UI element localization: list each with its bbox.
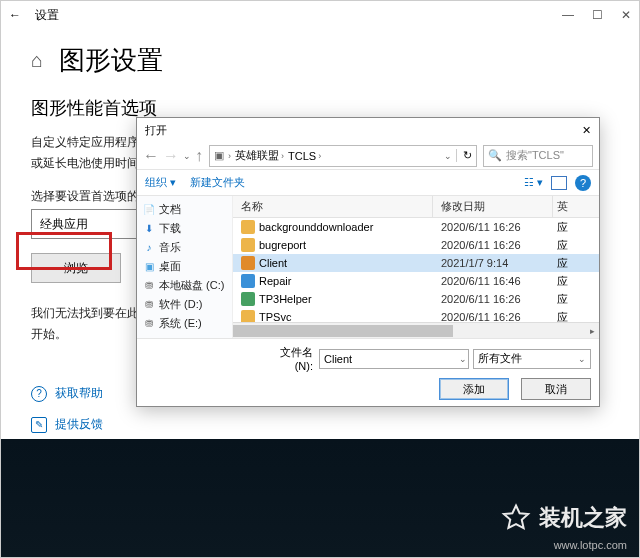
file-type: 应 xyxy=(553,292,585,307)
file-date: 2020/6/11 16:46 xyxy=(433,275,553,287)
drive-icon: ▣ xyxy=(214,149,224,162)
file-date: 2021/1/7 9:14 xyxy=(433,257,553,269)
star-icon xyxy=(501,503,531,533)
file-row[interactable]: Repair2020/6/11 16:46应 xyxy=(233,272,599,290)
tree-item[interactable]: ⛃软件 (D:) xyxy=(139,295,230,314)
tree-item[interactable]: 📄文档 xyxy=(139,200,230,219)
tree-item[interactable]: ▣桌面 xyxy=(139,257,230,276)
tree-item-icon: 📄 xyxy=(143,204,155,216)
file-type: 应 xyxy=(553,310,585,323)
file-date: 2020/6/11 16:26 xyxy=(433,239,553,251)
preview-pane-icon[interactable] xyxy=(551,176,567,190)
watermark-site: www.lotpc.com xyxy=(554,539,627,551)
tree-item-label: 本地磁盘 (C:) xyxy=(159,278,224,293)
file-type-select[interactable]: 所有文件⌄ xyxy=(473,349,591,369)
file-date: 2020/6/11 16:26 xyxy=(433,293,553,305)
cancel-button[interactable]: 取消 xyxy=(521,378,591,400)
file-icon xyxy=(241,310,255,322)
add-button[interactable]: 添加 xyxy=(439,378,509,400)
new-folder-button[interactable]: 新建文件夹 xyxy=(190,175,245,190)
tree-item-icon: ⛃ xyxy=(143,318,155,330)
help-icon: ? xyxy=(31,386,47,402)
tree-item[interactable]: ⬇下载 xyxy=(139,219,230,238)
tree-item-label: 音乐 xyxy=(159,240,181,255)
file-date: 2020/6/11 16:26 xyxy=(433,311,553,322)
tree-item[interactable]: ♪音乐 xyxy=(139,238,230,257)
view-mode-button[interactable]: ☷ ▾ xyxy=(524,176,543,189)
nav-recent-icon[interactable]: ⌄ xyxy=(183,151,191,161)
file-name: bugreport xyxy=(259,239,306,251)
max-button[interactable]: ☐ xyxy=(592,8,603,22)
tree-item-icon: ♪ xyxy=(143,242,155,254)
search-input[interactable]: 🔍 搜索"TCLS" xyxy=(483,145,593,167)
back-icon[interactable]: ← xyxy=(9,8,21,22)
nav-up-icon[interactable]: ↑ xyxy=(195,147,203,165)
file-name: Repair xyxy=(259,275,291,287)
chevron-down-icon[interactable]: ⌄ xyxy=(444,151,452,161)
tree-item-icon: ⛃ xyxy=(143,280,155,292)
file-type: 应 xyxy=(553,220,585,235)
scroll-right-icon: ▸ xyxy=(585,323,599,339)
select-value: 经典应用 xyxy=(40,216,88,233)
desktop-area: 装机之家 www.lotpc.com xyxy=(1,439,639,557)
filename-label: 文件名(N): xyxy=(263,345,313,372)
tree-item-label: 下载 xyxy=(159,221,181,236)
file-icon xyxy=(241,274,255,288)
address-breadcrumb[interactable]: ▣ › 英雄联盟› TCLS› ⌄ ↻ xyxy=(209,145,477,167)
min-button[interactable]: — xyxy=(562,8,574,22)
nav-forward-icon[interactable]: → xyxy=(163,147,179,165)
filename-input[interactable] xyxy=(319,349,469,369)
tree-item-icon: ⬇ xyxy=(143,223,155,235)
horizontal-scrollbar[interactable]: ◂ ▸ xyxy=(233,322,599,338)
watermark: 装机之家 xyxy=(501,503,627,533)
titlebar: ← 设置 — ☐ ✕ xyxy=(1,1,639,29)
feedback-link[interactable]: ✎ 提供反馈 xyxy=(31,416,609,433)
home-icon[interactable]: ⌂ xyxy=(31,49,43,72)
page-title: 图形设置 xyxy=(59,43,163,78)
file-open-dialog: 打开 ✕ ← → ⌄ ↑ ▣ › 英雄联盟› TCLS› ⌄ ↻ 🔍 搜索"TC… xyxy=(136,117,600,407)
file-row[interactable]: Client2021/1/7 9:14应 xyxy=(233,254,599,272)
tree-item-label: 桌面 xyxy=(159,259,181,274)
search-icon: 🔍 xyxy=(488,149,502,162)
organize-menu[interactable]: 组织 ▾ xyxy=(145,175,176,190)
close-button[interactable]: ✕ xyxy=(621,8,631,22)
file-row[interactable]: TP3Helper2020/6/11 16:26应 xyxy=(233,290,599,308)
tree-item[interactable]: ⛃本地磁盘 (C:) xyxy=(139,276,230,295)
file-type: 应 xyxy=(553,238,585,253)
refresh-icon[interactable]: ↻ xyxy=(456,149,472,162)
file-name: TP3Helper xyxy=(259,293,312,305)
tree-item[interactable]: ⛃系统 (E:) xyxy=(139,314,230,333)
file-type: 应 xyxy=(553,274,585,289)
col-date: 修改日期 xyxy=(433,196,553,217)
file-icon xyxy=(241,220,255,234)
tree-item-label: 文档 xyxy=(159,202,181,217)
file-name: TPSvc xyxy=(259,311,291,322)
file-icon xyxy=(241,238,255,252)
feedback-icon: ✎ xyxy=(31,417,47,433)
tree-item-icon: ▣ xyxy=(143,261,155,273)
tree-item-label: 软件 (D:) xyxy=(159,297,202,312)
file-row[interactable]: bugreport2020/6/11 16:26应 xyxy=(233,236,599,254)
file-date: 2020/6/11 16:26 xyxy=(433,221,553,233)
tree-item-label: 系统 (E:) xyxy=(159,316,202,331)
dialog-title: 打开 xyxy=(145,123,167,138)
folder-tree[interactable]: 📄文档⬇下载♪音乐▣桌面⛃本地磁盘 (C:)⛃软件 (D:)⛃系统 (E:) xyxy=(137,196,233,338)
file-icon xyxy=(241,256,255,270)
file-name: backgrounddownloader xyxy=(259,221,373,233)
file-row[interactable]: backgrounddownloader2020/6/11 16:26应 xyxy=(233,218,599,236)
file-type: 应 xyxy=(553,256,585,271)
window-title: 设置 xyxy=(35,7,59,24)
browse-button[interactable]: 浏览 xyxy=(31,253,121,283)
file-name: Client xyxy=(259,257,287,269)
file-icon xyxy=(241,292,255,306)
col-name: 名称 xyxy=(233,196,433,217)
column-headers[interactable]: 名称 修改日期 英 xyxy=(233,196,599,218)
nav-back-icon[interactable]: ← xyxy=(143,147,159,165)
dialog-help-icon[interactable]: ? xyxy=(575,175,591,191)
tree-item-icon: ⛃ xyxy=(143,299,155,311)
col-type: 英 xyxy=(553,196,585,217)
file-row[interactable]: TPSvc2020/6/11 16:26应 xyxy=(233,308,599,322)
dialog-close-icon[interactable]: ✕ xyxy=(582,124,591,137)
